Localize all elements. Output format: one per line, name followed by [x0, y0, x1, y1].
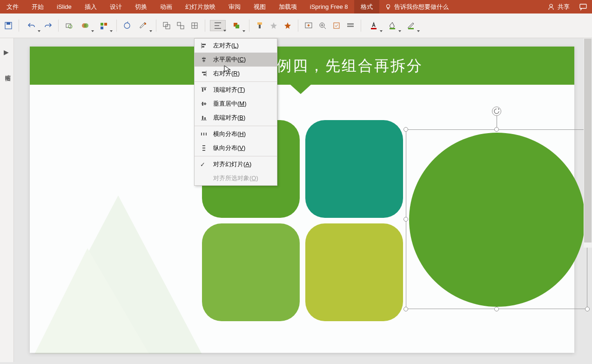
new-slide-button[interactable] — [303, 20, 314, 31]
align-right-label: 右对齐(R) — [213, 69, 240, 78]
align-bottom-item[interactable]: 底端对齐(B) — [195, 111, 277, 125]
svg-rect-10 — [101, 23, 103, 26]
undo-button[interactable] — [24, 20, 40, 31]
reset-button[interactable] — [331, 20, 342, 31]
font-color-button[interactable] — [366, 20, 382, 31]
arrange-button[interactable] — [229, 20, 244, 31]
resize-handle-ml[interactable] — [404, 217, 408, 222]
svg-rect-34 — [202, 44, 206, 45]
svg-rect-41 — [204, 88, 206, 90]
svg-rect-12 — [101, 27, 103, 29]
align-left-item[interactable]: 左对齐(L) — [195, 39, 277, 53]
comment-icon[interactable] — [579, 3, 587, 11]
tab-transition[interactable]: 切换 — [128, 0, 154, 13]
align-selected-objects-item: 对齐所选对象(O) — [195, 171, 277, 185]
align-middle-v-label: 垂直居中(M) — [213, 100, 247, 108]
tab-file[interactable]: 文件 — [0, 0, 25, 13]
rotation-handle[interactable] — [492, 107, 501, 116]
title-notch — [290, 85, 311, 94]
rounded-square-2[interactable] — [305, 120, 403, 218]
distribute-vertical-item[interactable]: 纵向分布(V) — [195, 141, 277, 155]
tab-review[interactable]: 审阅 — [222, 0, 247, 13]
tab-addins[interactable]: 加载项 — [272, 0, 303, 13]
svg-rect-28 — [347, 26, 354, 27]
align-top-item[interactable]: 顶端对齐(T) — [195, 83, 277, 97]
svg-rect-48 — [206, 133, 207, 135]
share-button[interactable]: 共享 — [543, 3, 574, 11]
distribute-h-icon — [200, 130, 208, 138]
tab-animation[interactable]: 动画 — [154, 0, 179, 13]
svg-rect-50 — [202, 148, 205, 148]
rounded-square-4[interactable] — [305, 223, 403, 321]
align-button[interactable] — [210, 20, 226, 31]
svg-rect-45 — [204, 117, 206, 120]
align-to-slide-item[interactable]: ✓ 对齐幻灯片(A) — [195, 157, 277, 171]
tab-view[interactable]: 视图 — [247, 0, 272, 13]
resize-handle-bm[interactable] — [494, 307, 499, 311]
align-middle-vertical-item[interactable]: 垂直居中(M) — [195, 97, 277, 111]
resize-handle-br[interactable] — [585, 307, 590, 311]
size-position-button[interactable] — [189, 20, 200, 31]
svg-point-13 — [124, 23, 130, 28]
edit-shape-button[interactable] — [135, 20, 151, 31]
svg-rect-46 — [201, 133, 202, 135]
thumbnail-label: 缩略图 — [4, 70, 12, 73]
selection-box[interactable] — [406, 129, 587, 309]
align-top-icon — [200, 86, 208, 94]
resize-handle-tm[interactable] — [494, 127, 499, 132]
svg-rect-11 — [104, 23, 107, 26]
align-selected-label: 对齐所选对象(O) — [213, 174, 258, 182]
align-left-icon — [200, 42, 208, 49]
thumbnail-panel-collapsed: ▶ 缩略图 — [0, 38, 14, 362]
align-right-item[interactable]: 右对齐(R) — [195, 67, 277, 81]
zoom-button[interactable] — [317, 20, 328, 31]
shape-styles-button[interactable] — [96, 20, 112, 31]
rounded-square-3[interactable] — [202, 223, 300, 321]
expand-thumbnails-button[interactable]: ▶ — [4, 48, 13, 56]
save-button[interactable] — [3, 20, 14, 31]
tab-home[interactable]: 开始 — [25, 0, 50, 13]
merge-shapes-button[interactable] — [77, 20, 93, 31]
resize-handle-tl[interactable] — [404, 127, 408, 132]
tab-design[interactable]: 设计 — [103, 0, 128, 13]
rotate-button[interactable] — [121, 20, 133, 31]
distribute-horizontal-item[interactable]: 横向分布(H) — [195, 127, 277, 141]
person-icon — [547, 3, 555, 11]
align-center-horizontal-item[interactable]: 水平居中(C) — [195, 53, 277, 67]
align-center-h-icon — [200, 56, 208, 63]
tab-format[interactable]: 格式 — [354, 0, 379, 13]
svg-rect-27 — [347, 23, 354, 25]
shape-outline-button[interactable] — [403, 20, 419, 31]
svg-rect-23 — [259, 25, 261, 28]
effects-button[interactable] — [268, 20, 279, 31]
resize-handle-bl[interactable] — [404, 307, 408, 311]
shape-fill-button[interactable] — [384, 20, 400, 31]
redo-button[interactable] — [42, 20, 54, 31]
tab-slideshow[interactable]: 幻灯片放映 — [179, 0, 222, 13]
background-decoration — [30, 195, 207, 354]
format-painter-button[interactable] — [254, 20, 265, 31]
slide-title: 例四，先组合再拆分 — [276, 56, 423, 76]
shape-insert-button[interactable] — [63, 20, 74, 31]
svg-rect-1 — [388, 7, 389, 9]
section-button[interactable] — [345, 20, 356, 31]
slide[interactable]: 例四，先组合再拆分 — [30, 47, 574, 353]
scrollbar-thumb[interactable] — [584, 38, 592, 243]
ungroup-button[interactable] — [175, 20, 186, 31]
svg-rect-26 — [334, 23, 339, 28]
slide-canvas[interactable]: 例四，先组合再拆分 — [14, 38, 592, 362]
vertical-scrollbar[interactable] — [584, 38, 592, 248]
tab-insert[interactable]: 插入 — [78, 0, 103, 13]
tab-ispring[interactable]: iSpring Free 8 — [303, 0, 355, 13]
tab-islide[interactable]: iSlide — [50, 0, 78, 13]
group-button[interactable] — [161, 20, 172, 31]
svg-rect-43 — [204, 103, 206, 105]
selected-circle-shape[interactable] — [409, 133, 585, 307]
animation-painter-button[interactable] — [282, 20, 293, 31]
menu-divider-3 — [195, 156, 277, 156]
svg-rect-49 — [202, 145, 205, 146]
tell-me-search[interactable]: 告诉我你想要做什么 — [379, 3, 454, 11]
rotate-icon — [493, 108, 500, 115]
distribute-v-icon — [200, 144, 208, 152]
menu-divider — [195, 81, 277, 82]
